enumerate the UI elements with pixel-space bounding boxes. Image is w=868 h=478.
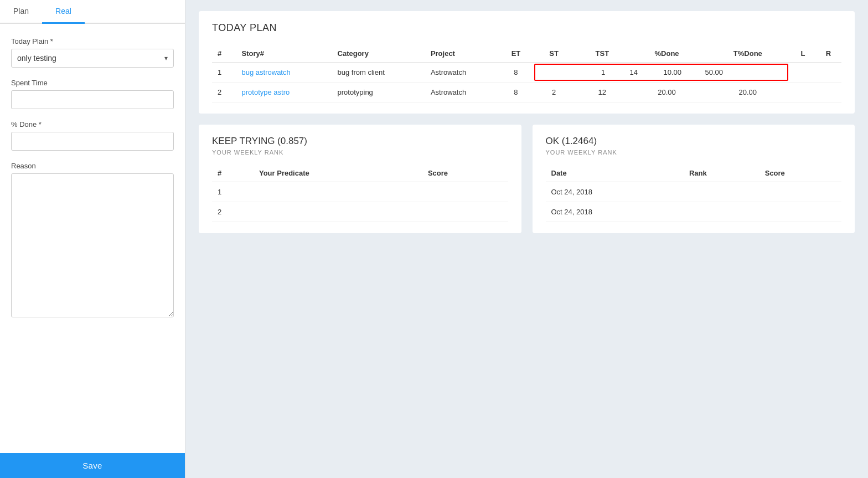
cell-l [790,83,815,102]
spent-time-label: Spent Time [11,79,174,87]
keep-trying-table: # Your Predicate Score 1 2 [212,165,508,222]
cell-project: Astrowatch [425,63,500,83]
table-row: Oct 24, 2018 [546,182,842,202]
cell-r [815,83,841,102]
ok-subtitle: YOUR WEEKLY RANK [546,149,842,156]
tab-bar: Plan Real [0,0,185,24]
cell-score [760,202,841,222]
col-date: Date [546,165,684,182]
cell-st: 2 [532,83,576,102]
spent-time-input[interactable] [11,90,174,109]
bottom-row: KEEP TRYING (0.857) YOUR WEEKLY RANK # Y… [199,125,855,233]
plan-table-header: # Story# Category Project ET ST TST %Don… [212,45,841,63]
col-score: Score [760,165,841,182]
cell-category: bug from client [332,63,425,83]
cell-project: Astrowatch [425,83,500,102]
col-category: Category [332,45,425,63]
cell-pctdone: 20.00 [629,83,705,102]
highlighted-cells: 1 14 10.00 50.00 [532,63,790,83]
cell-tst: 12 [576,83,629,102]
left-panel: Plan Real Today Plain * only testing ▾ S… [0,0,185,478]
cell-rank [684,182,760,202]
keep-trying-title: KEEP TRYING (0.857) [212,136,508,147]
right-panel: TODAY PLAN # Story# Category Project ET … [185,0,868,478]
cell-score [422,202,508,222]
today-plan-title: TODAY PLAN [212,22,841,34]
table-row: 2 [212,202,508,222]
ok-table: Date Rank Score Oct 24, 2018 Oct 24, 201… [546,165,842,222]
cell-num: 2 [212,83,236,102]
today-plan-section: TODAY PLAN # Story# Category Project ET … [199,11,855,114]
ok-header: Date Rank Score [546,165,842,182]
col-num: # [212,45,236,63]
cell-story: prototype astro [236,83,332,102]
cell-et: 8 [500,63,533,83]
col-rank: Rank [684,165,760,182]
cell-tpctdone: 50.00 [695,68,733,76]
reason-textarea[interactable] [11,173,174,317]
percent-done-label: % Done * [11,120,174,129]
tab-real[interactable]: Real [42,0,85,24]
percent-done-group: % Done * [11,120,174,151]
cell-predicate [254,202,422,222]
col-score: Score [422,165,508,182]
story-link[interactable]: prototype astro [242,88,290,96]
ok-card: OK (1.2464) YOUR WEEKLY RANK Date Rank S… [533,125,855,233]
cell-num: 2 [212,202,254,222]
table-row: 1 bug astrowatch bug from client Astrowa… [212,63,841,83]
keep-trying-header: # Your Predicate Score [212,165,508,182]
col-num: # [212,165,254,182]
cell-predicate [254,182,422,202]
cell-rank [684,202,760,222]
col-et: ET [500,45,533,63]
cell-score [422,182,508,202]
ok-title: OK (1.2464) [546,136,842,147]
cell-l [790,63,815,83]
col-pctdone: %Done [629,45,705,63]
today-plain-label: Today Plain * [11,37,174,45]
form-area: Today Plain * only testing ▾ Spent Time … [0,24,185,453]
cell-r [815,63,841,83]
reason-group: Reason [11,162,174,319]
cell-num: 1 [212,63,236,83]
table-row: Oct 24, 2018 [546,202,842,222]
percent-done-input[interactable] [11,132,174,151]
col-predicate: Your Predicate [254,165,422,182]
today-plain-select[interactable]: only testing [12,49,173,67]
table-row: 1 [212,182,508,202]
keep-trying-card: KEEP TRYING (0.857) YOUR WEEKLY RANK # Y… [199,125,521,233]
tab-plan[interactable]: Plan [0,0,42,24]
col-project: Project [425,45,500,63]
col-st: ST [532,45,576,63]
col-tpctdone: T%Done [705,45,790,63]
cell-tst: 14 [617,68,650,76]
cell-date: Oct 24, 2018 [546,202,684,222]
col-r: R [815,45,841,63]
plan-table: # Story# Category Project ET ST TST %Don… [212,45,841,102]
cell-score [760,182,841,202]
cell-date: Oct 24, 2018 [546,182,684,202]
cell-st: 1 [590,68,617,76]
cell-num: 1 [212,182,254,202]
cell-category: prototyping [332,83,425,102]
today-plain-group: Today Plain * only testing ▾ [11,37,174,68]
col-l: L [790,45,815,63]
cell-pctdone: 10.00 [650,68,695,76]
col-tst: TST [576,45,629,63]
reason-label: Reason [11,162,174,170]
col-story: Story# [236,45,332,63]
keep-trying-subtitle: YOUR WEEKLY RANK [212,149,508,156]
save-button[interactable]: Save [0,453,185,478]
table-row: 2 prototype astro prototyping Astrowatch… [212,83,841,102]
cell-story: bug astrowatch [236,63,332,83]
cell-et: 8 [500,83,533,102]
spent-time-group: Spent Time [11,79,174,109]
today-plain-select-wrapper[interactable]: only testing ▾ [11,49,174,68]
cell-tpctdone: 20.00 [705,83,790,102]
story-link[interactable]: bug astrowatch [242,68,291,76]
